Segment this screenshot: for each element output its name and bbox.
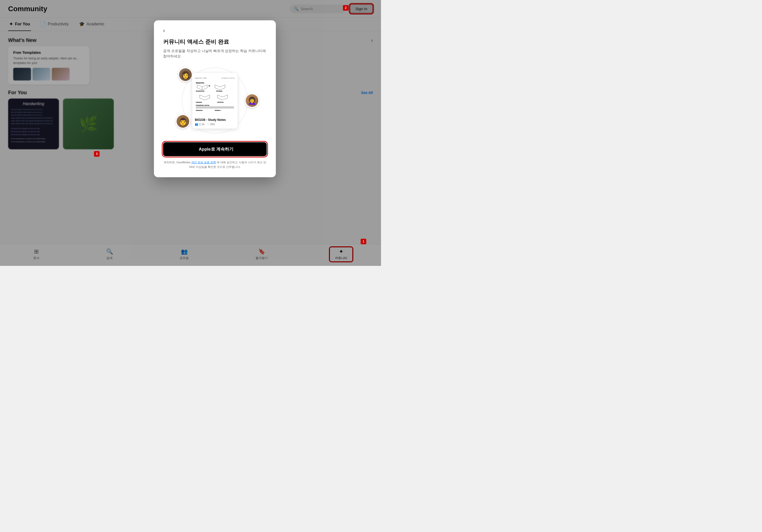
svg-text:OH: OH [208, 85, 210, 87]
svg-text:Ketamine-c: Ketamine-c [215, 110, 221, 111]
terms-text: 계속하면, GoodNotes 개인 정보 보호 정책 에 대해 승인하고 사용… [163, 160, 267, 169]
terms-link[interactable]: 개인 정보 보호 정책 [191, 161, 216, 164]
step-1-badge: 1 [361, 239, 366, 244]
svg-line-4 [202, 88, 207, 90]
svg-line-21 [200, 98, 205, 100]
apple-continue-button[interactable]: Apple로 계속하기 [163, 142, 267, 156]
note-card-content: Haemoglobin (HbA2)Glycophorin positive H… [195, 75, 235, 116]
bio-diagram: Haemoglobin (HbA2)Glycophorin positive H… [195, 76, 235, 115]
svg-line-2 [202, 85, 207, 87]
modal-subtitle: 공개 프로필을 작성하고 나날히 빠르게 성장하는 학습 커뮤니티에 참여하세요 [163, 48, 267, 59]
svg-line-15 [220, 88, 225, 90]
svg-text:Complement: Complement [196, 102, 202, 103]
svg-text:Thiopentone: Thiopentone [196, 110, 203, 111]
svg-line-1 [197, 85, 202, 87]
svg-line-22 [205, 98, 210, 100]
avatar-3: 👩‍🦱 [245, 94, 259, 108]
svg-text:β-Haemoglobin spectrum: β-Haemoglobin spectrum [196, 105, 209, 106]
svg-line-28 [217, 98, 222, 100]
apple-btn-label: Apple로 계속하기 [199, 146, 234, 152]
svg-text:Haemoglobin: Haemoglobin [196, 82, 204, 84]
svg-line-11 [220, 85, 225, 87]
step-2-badge: 2 [343, 5, 348, 11]
community-preview: 👩 👨 👩‍🦱 Haemoglobin (HbA2)Glycophorin po… [163, 65, 267, 136]
note-card-title: BIO236 - Study Notes [195, 118, 235, 122]
modal-back-button[interactable]: ‹ [163, 28, 165, 34]
svg-line-17 [200, 95, 205, 97]
avatar-2: 👨 [176, 114, 190, 128]
svg-line-25 [222, 95, 228, 97]
svg-line-18 [205, 95, 210, 97]
modal: ‹ 커뮤니티 액세스 준비 완료 공개 프로필을 작성하고 나날히 빠르게 성장… [154, 20, 276, 177]
svg-line-24 [217, 95, 222, 97]
like-count: ♡ 501 [207, 123, 215, 126]
svg-line-5 [197, 88, 202, 90]
heart-icon: ♡ [207, 123, 209, 126]
svg-line-10 [215, 85, 220, 87]
svg-line-14 [215, 88, 220, 90]
terms-prefix: 계속하면, GoodNotes [164, 161, 191, 164]
note-card-stats: 👥 2.1k ♡ 501 [195, 123, 235, 126]
avatar-1: 👩 [178, 68, 192, 82]
svg-line-29 [222, 98, 228, 100]
svg-text:Fibrinogen: Fibrinogen [216, 90, 222, 92]
step-3-badge: 3 [94, 151, 100, 157]
svg-text:Thromboplastin: Thromboplastin [196, 90, 204, 92]
view-icon: 👥 [195, 123, 198, 126]
svg-text:Kallikrein: Kallikrein [217, 102, 224, 103]
view-count: 👥 2.1k [195, 123, 204, 126]
note-card[interactable]: Haemoglobin (HbA2)Glycophorin positive H… [192, 73, 238, 129]
modal-title: 커뮤니티 액세스 준비 완료 [163, 38, 267, 46]
